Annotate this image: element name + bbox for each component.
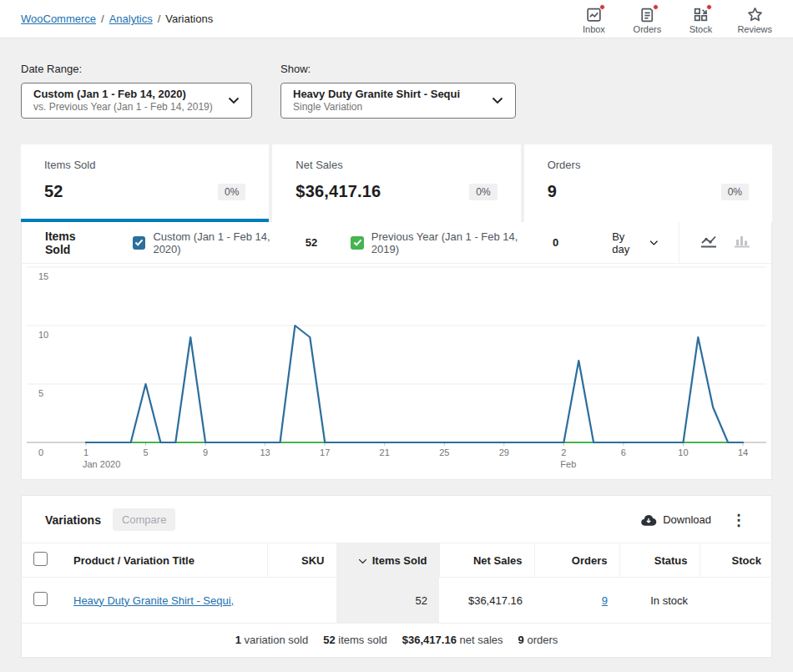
summary-orders: 9 orders	[518, 634, 558, 646]
stock-label: Stock	[689, 24, 713, 34]
notification-dot	[653, 4, 659, 10]
items-sold-cell: 52	[336, 578, 439, 624]
table-summary: 1 variation sold 52 items sold $36,417.1…	[22, 624, 771, 657]
compare-button[interactable]: Compare	[113, 508, 175, 531]
notification-dot	[706, 4, 712, 10]
tile-value: $36,417.16	[295, 182, 381, 201]
date-range-label: Date Range:	[21, 63, 252, 75]
column-header-sku[interactable]: SKU	[267, 543, 336, 578]
svg-text:5: 5	[38, 388, 43, 398]
summary-variations: 1 variation sold	[235, 634, 308, 646]
chart-header: Items Sold Custom (Jan 1 - Feb 14, 2020)…	[22, 222, 771, 264]
topbar-activity-panel: Inbox Orders	[577, 4, 772, 34]
net-sales-cell: $36,417.16	[439, 578, 534, 624]
interval-value: By day	[612, 230, 641, 255]
sort-descending-icon	[358, 558, 367, 564]
tile-value: 52	[44, 182, 63, 201]
tile-items-sold[interactable]: Items Sold 52 0%	[21, 144, 269, 222]
svg-text:29: 29	[499, 447, 509, 457]
svg-text:13: 13	[260, 447, 270, 457]
date-range-select[interactable]: Custom (Jan 1 - Feb 14, 2020) vs. Previo…	[21, 83, 252, 119]
stock-cell	[700, 578, 773, 624]
variations-table-card: Variations Compare Download ⋮	[21, 495, 772, 658]
summary-tiles: Items Sold 52 0% Net Sales $36,417.16 0%…	[21, 144, 772, 222]
line-chart-icon	[700, 233, 718, 250]
ellipsis-menu-icon[interactable]: ⋮	[726, 513, 751, 528]
show-select[interactable]: Heavy Duty Granite Shirt - Sequi Single …	[280, 83, 516, 119]
tile-label: Orders	[548, 159, 749, 171]
items-sold-line-chart: 0510151Jan 20205913172125292Feb61014	[22, 265, 771, 472]
reviews-button[interactable]: Reviews	[737, 6, 772, 34]
table-header-row: Product / Variation Title SKU Items Sold…	[22, 543, 773, 578]
chevron-down-icon	[649, 240, 659, 246]
chevron-down-icon	[228, 97, 240, 104]
legend-label: Custom (Jan 1 - Feb 14, 2020)	[153, 230, 295, 255]
date-range-filter: Date Range: Custom (Jan 1 - Feb 14, 2020…	[21, 63, 252, 119]
svg-text:10: 10	[38, 330, 48, 340]
select-all-checkbox-cell	[22, 543, 62, 578]
sku-cell	[267, 578, 336, 624]
tile-net-sales[interactable]: Net Sales $36,417.16 0%	[272, 144, 520, 222]
tile-label: Items Sold	[44, 159, 245, 171]
orders-label: Orders	[634, 24, 662, 34]
variations-table: Product / Variation Title SKU Items Sold…	[22, 543, 773, 624]
column-header-net-sales[interactable]: Net Sales	[439, 543, 534, 578]
column-header-orders[interactable]: Orders	[534, 543, 619, 578]
svg-text:25: 25	[439, 447, 449, 457]
select-all-checkbox[interactable]	[33, 552, 48, 566]
breadcrumb-woocommerce-link[interactable]: WooCommerce	[21, 13, 96, 25]
status-cell: In stock	[619, 578, 700, 624]
variation-title-link[interactable]: Heavy Duty Granite Shirt - Sequi,	[73, 594, 234, 607]
orders-count-link[interactable]: 9	[602, 594, 608, 607]
chevron-down-icon	[492, 97, 503, 104]
legend-label: Previous Year (Jan 1 - Feb 14, 2019)	[371, 230, 543, 255]
svg-text:17: 17	[320, 447, 330, 457]
reviews-icon	[746, 6, 764, 23]
line-chart-toggle-button[interactable]	[698, 231, 720, 254]
tile-delta-badge: 0%	[721, 184, 749, 200]
show-label: Show:	[280, 63, 516, 75]
svg-text:5: 5	[143, 447, 148, 457]
checkbox-checked-icon	[133, 236, 146, 250]
inbox-label: Inbox	[583, 24, 605, 34]
orders-button[interactable]: Orders	[630, 6, 664, 34]
svg-text:Feb: Feb	[560, 459, 576, 469]
legend-item-previous-year[interactable]: Previous Year (Jan 1 - Feb 14, 2019) 0	[351, 230, 558, 255]
breadcrumb-separator: /	[158, 13, 161, 25]
legend-item-custom[interactable]: Custom (Jan 1 - Feb 14, 2020) 52	[133, 230, 317, 255]
bar-chart-icon	[733, 233, 751, 250]
reviews-label: Reviews	[737, 24, 772, 34]
column-header-status[interactable]: Status	[619, 543, 700, 578]
breadcrumb-analytics-link[interactable]: Analytics	[109, 13, 153, 25]
legend-value: 0	[553, 236, 558, 249]
show-subvalue: Single Variation	[293, 101, 460, 114]
breadcrumb-current-page: Variations	[165, 13, 213, 25]
svg-text:15: 15	[38, 271, 48, 281]
line-chart-plot: 0510151Jan 20205913172125292Feb61014	[22, 264, 771, 479]
tile-value: 9	[548, 182, 557, 201]
notification-dot	[599, 4, 605, 10]
download-button[interactable]: Download	[640, 513, 711, 527]
column-header-items-sold[interactable]: Items Sold	[336, 543, 439, 578]
stock-button[interactable]: Stock	[684, 6, 717, 34]
show-filter: Show: Heavy Duty Granite Shirt - Sequi S…	[280, 63, 516, 119]
svg-text:21: 21	[380, 447, 390, 457]
download-icon	[640, 513, 657, 527]
orders-cell: 9	[534, 578, 619, 624]
breadcrumb-separator: /	[101, 13, 104, 25]
date-range-value: Custom (Jan 1 - Feb 14, 2020)	[33, 88, 213, 101]
summary-items-sold: 52 items sold	[323, 634, 387, 646]
row-checkbox[interactable]	[33, 592, 48, 606]
column-header-title[interactable]: Product / Variation Title	[62, 543, 267, 578]
summary-net-sales: $36,417.16 net sales	[402, 634, 503, 646]
tile-orders[interactable]: Orders 9 0%	[524, 144, 772, 222]
legend-value: 52	[306, 236, 317, 249]
column-header-stock[interactable]: Stock	[700, 543, 773, 578]
bar-chart-toggle-button[interactable]	[731, 231, 753, 254]
tile-delta-badge: 0%	[218, 184, 245, 200]
inbox-button[interactable]: Inbox	[577, 6, 610, 34]
table-title: Variations	[45, 513, 101, 527]
interval-select[interactable]: By day	[592, 230, 679, 255]
tile-label: Net Sales	[295, 159, 497, 171]
svg-text:0: 0	[38, 447, 43, 457]
